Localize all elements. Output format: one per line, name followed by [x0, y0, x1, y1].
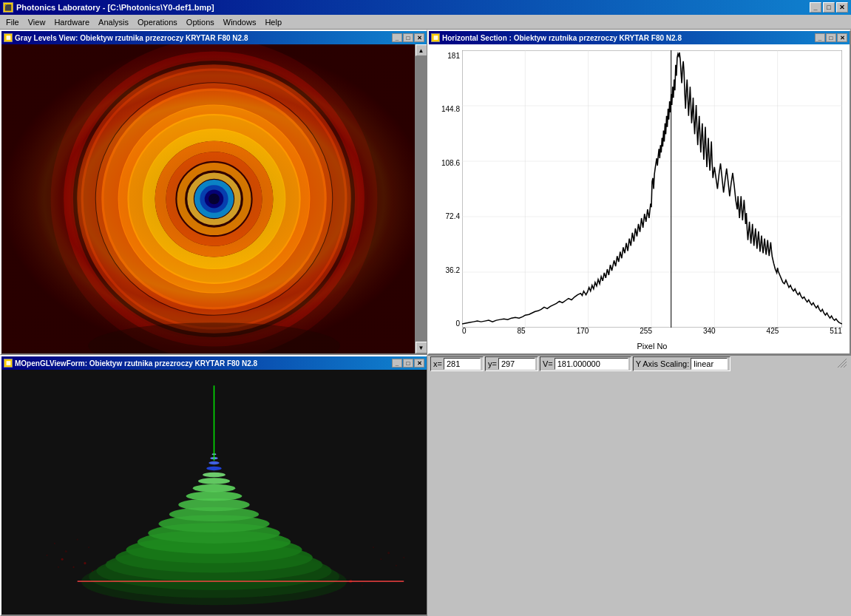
- opengl-content: [1, 370, 427, 615]
- panel-buttons-3d: _ □ ✕: [392, 359, 424, 368]
- svg-point-91: [403, 557, 404, 558]
- horizontal-title-bar: ▦ Horizontal Section : Obiektyw rzutnika…: [429, 31, 850, 44]
- y-label-3: 108.6: [441, 159, 460, 167]
- menu-view[interactable]: View: [24, 16, 50, 29]
- resize-icon: [836, 357, 848, 369]
- svg-point-81: [54, 543, 55, 544]
- y-label-4: 144.8: [441, 105, 460, 113]
- heatmap-svg: [1, 44, 427, 353]
- y-label-2: 72.4: [446, 212, 460, 220]
- panel-minimize[interactable]: _: [392, 33, 402, 42]
- panel-3d-minimize[interactable]: _: [392, 359, 402, 368]
- panel-h-maximize[interactable]: □: [826, 33, 836, 42]
- 3d-view-svg: [1, 370, 427, 615]
- svg-point-34: [84, 562, 86, 564]
- panel-icon-3d: ▦: [4, 359, 13, 368]
- panel-3d-maximize[interactable]: □: [403, 359, 413, 368]
- scaling-label: Y Axis Scaling:: [636, 359, 690, 368]
- opengl-title: MOpenGLViewForm: Obiektyw rzutnika przez…: [15, 359, 257, 368]
- x-axis-title: Pixel No: [462, 342, 842, 351]
- x-value: 281: [444, 358, 481, 370]
- x-label-6: 511: [830, 327, 842, 335]
- y-label-0: 0: [455, 319, 460, 328]
- v-value: 181.000000: [555, 358, 628, 370]
- svg-point-88: [380, 558, 382, 560]
- svg-point-74: [203, 473, 226, 477]
- menu-analysis[interactable]: Analysis: [94, 16, 133, 29]
- svg-point-83: [58, 566, 59, 568]
- menu-options[interactable]: Options: [182, 16, 219, 29]
- svg-point-59: [362, 584, 363, 586]
- panel-title-left: ▦ Gray Levels View: Obiektyw rzutnika pr…: [4, 33, 248, 42]
- heatmap-area: [1, 44, 427, 353]
- y-label-5: 181: [447, 52, 460, 60]
- svg-point-33: [73, 566, 75, 568]
- scaling-field: Y Axis Scaling: linear: [633, 356, 731, 371]
- app-title-bar: ⬛ Photonics Laboratory - [C:\Photonics\Y…: [0, 0, 851, 15]
- panel-maximize[interactable]: □: [403, 33, 413, 42]
- chart-svg: [462, 50, 842, 328]
- v-coord-field: V= 181.000000: [540, 356, 631, 371]
- x-coord-field: x= 281: [430, 356, 484, 371]
- chart-wrapper: 0 36.2 72.4 108.6 144.8 181: [429, 44, 850, 353]
- panel-h-close[interactable]: ✕: [837, 33, 847, 42]
- horizontal-title: Horizontal Section : Obiektyw rzutnika p…: [442, 34, 682, 42]
- panel-buttons: _ □ ✕: [392, 33, 424, 42]
- y-value: 297: [498, 358, 535, 370]
- scroll-down-btn[interactable]: ▼: [416, 342, 427, 353]
- panel-h-minimize[interactable]: _: [815, 33, 825, 42]
- horizontal-section-panel: ▦ Horizontal Section : Obiektyw rzutnika…: [427, 30, 851, 355]
- y-label: y=: [488, 359, 497, 368]
- resize-handle[interactable]: [836, 357, 848, 370]
- v-label: V=: [543, 359, 553, 368]
- svg-point-87: [373, 546, 374, 548]
- panel-3d-close[interactable]: ✕: [414, 359, 424, 368]
- panel-buttons-h: _ □ ✕: [815, 33, 847, 42]
- close-button[interactable]: ✕: [836, 2, 848, 13]
- svg-point-85: [77, 538, 78, 540]
- menu-file[interactable]: File: [1, 16, 24, 29]
- svg-line-94: [844, 365, 847, 368]
- menu-operations[interactable]: Operations: [133, 16, 182, 29]
- gray-levels-panel: ▦ Gray Levels View: Obiektyw rzutnika pr…: [0, 30, 427, 355]
- x-label-0: 0: [462, 327, 467, 335]
- panel-title-left-h: ▦ Horizontal Section : Obiektyw rzutnika…: [431, 33, 682, 42]
- panel-icon: ▦: [4, 33, 13, 42]
- svg-point-73: [198, 478, 230, 484]
- svg-point-86: [88, 546, 89, 548]
- y-coord-field: y= 297: [485, 356, 538, 371]
- scroll-track[interactable]: [416, 56, 427, 342]
- svg-point-82: [47, 555, 48, 556]
- menu-hardware[interactable]: Hardware: [50, 16, 94, 29]
- menu-help[interactable]: Help: [260, 16, 286, 29]
- svg-point-72: [193, 484, 236, 493]
- maximize-button[interactable]: □: [823, 2, 835, 13]
- app-title: Photonics Laboratory - [C:\Photonics\Y0-…: [16, 3, 214, 12]
- minimize-button[interactable]: _: [810, 2, 821, 13]
- svg-point-76: [208, 461, 219, 464]
- gray-levels-title: Gray Levels View: Obiektyw rzutnika prze…: [15, 34, 248, 42]
- y-label-1: 36.2: [446, 266, 460, 274]
- y-axis-labels: 0 36.2 72.4 108.6 144.8 181: [429, 52, 462, 328]
- app-icon: ⬛: [3, 2, 13, 13]
- x-axis-labels: 0 85 170 255 340 425 511: [462, 325, 842, 340]
- scrollbar-vertical[interactable]: ▲ ▼: [415, 44, 427, 353]
- horizontal-content: 0 36.2 72.4 108.6 144.8 181: [429, 44, 850, 353]
- menu-bar: File View Hardware Analysis Operations O…: [0, 15, 851, 30]
- svg-point-32: [61, 558, 64, 561]
- x-label-2: 170: [577, 327, 589, 335]
- panel-close[interactable]: ✕: [414, 33, 424, 42]
- x-label: x=: [433, 359, 442, 368]
- opengl-panel: ▦ MOpenGLViewForm: Obiektyw rzutnika prz…: [0, 355, 427, 616]
- x-label-3: 255: [640, 327, 652, 335]
- title-bar-left: ⬛ Photonics Laboratory - [C:\Photonics\Y…: [3, 2, 214, 13]
- x-label-1: 85: [518, 327, 526, 335]
- gray-levels-title-bar: ▦ Gray Levels View: Obiektyw rzutnika pr…: [1, 31, 427, 44]
- status-bar: x= 281 y= 297 V= 181.000000 Y Axis Scali…: [427, 355, 851, 371]
- menu-windows[interactable]: Windows: [219, 16, 261, 29]
- svg-point-75: [206, 467, 222, 470]
- svg-point-90: [396, 565, 397, 566]
- panel-icon-h: ▦: [431, 33, 440, 42]
- scroll-up-btn[interactable]: ▲: [416, 44, 427, 56]
- bottom-right-area: x= 281 y= 297 V= 181.000000 Y Axis Scali…: [427, 355, 851, 616]
